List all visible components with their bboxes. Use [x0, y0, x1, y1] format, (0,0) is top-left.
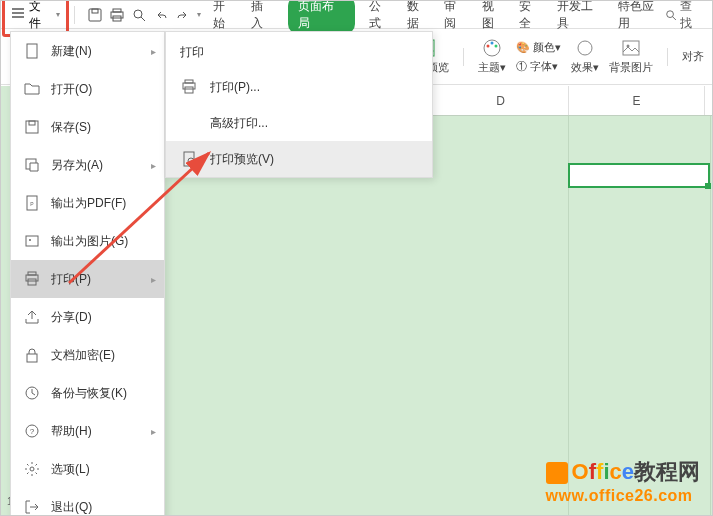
chevron-right-icon: ▸ [151, 274, 156, 285]
lock-icon [23, 346, 41, 364]
print-icon [180, 78, 198, 96]
svg-point-13 [578, 41, 592, 55]
file-menu-pdf[interactable]: P输出为PDF(F) [11, 184, 164, 222]
submenu-print-preview[interactable]: 打印预览(V) [166, 141, 432, 177]
image-icon [23, 232, 41, 250]
file-menu: 新建(N)▸ 打开(O) 保存(S) 另存为(A)▸ P输出为PDF(F) 输出… [10, 31, 165, 516]
search-label: 查找 [680, 0, 704, 32]
new-icon [23, 42, 41, 60]
tab-start[interactable]: 开始 [213, 0, 236, 32]
save-icon[interactable] [87, 7, 103, 23]
file-menu-saveas[interactable]: 另存为(A)▸ [11, 146, 164, 184]
svg-rect-1 [92, 9, 98, 13]
separator [74, 6, 75, 24]
preview-icon[interactable] [131, 7, 147, 23]
print-icon [23, 270, 41, 288]
chevron-right-icon: ▸ [151, 160, 156, 171]
blank-icon [180, 114, 198, 132]
share-icon [23, 308, 41, 326]
file-menu-image[interactable]: 输出为图片(G) [11, 222, 164, 260]
svg-point-6 [666, 10, 673, 17]
backup-icon [23, 384, 41, 402]
watermark-title: Office教程网 [546, 457, 700, 487]
tab-page-layout[interactable]: 页面布局 [288, 0, 355, 34]
ribbon-bg-image[interactable]: 背景图片 [609, 38, 653, 75]
tab-special[interactable]: 特色应用 [618, 0, 665, 32]
tab-insert[interactable]: 插入 [251, 0, 274, 32]
menu-bar: 文件 ▾ ▾ 开始 插入 页面布局 公式 数据 审阅 视图 安全 开发工具 特色… [1, 1, 712, 29]
search-button[interactable]: 查找 [665, 0, 704, 32]
svg-rect-22 [26, 236, 38, 246]
tab-review[interactable]: 审阅 [444, 0, 467, 32]
svg-text:?: ? [30, 427, 35, 436]
file-menu-help[interactable]: ?帮助(H)▸ [11, 412, 164, 450]
ribbon-effects[interactable]: 效果▾ [571, 38, 599, 75]
col-header-e[interactable]: E [569, 86, 705, 115]
file-menu-share[interactable]: 分享(D) [11, 298, 164, 336]
tab-formula[interactable]: 公式 [369, 0, 392, 32]
file-menu-backup[interactable]: 备份与恢复(K) [11, 374, 164, 412]
chevron-right-icon: ▸ [151, 426, 156, 437]
saveas-icon [23, 156, 41, 174]
undo-icon[interactable] [153, 7, 169, 23]
svg-rect-0 [89, 9, 101, 21]
ribbon-tabs: 开始 插入 页面布局 公式 数据 审阅 视图 安全 开发工具 特色应用 [213, 0, 664, 34]
print-submenu: 打印 打印(P)... 高级打印... 打印预览(V) [165, 31, 433, 178]
watermark-url: www.office26.com [546, 487, 700, 505]
submenu-advanced-print[interactable]: 高级打印... [166, 105, 432, 141]
save-icon [23, 118, 41, 136]
hamburger-icon [11, 6, 25, 23]
svg-text:P: P [30, 201, 34, 207]
fill-handle[interactable] [705, 183, 711, 189]
file-menu-exit[interactable]: 退出(Q) [11, 488, 164, 516]
cells-grid[interactable] [433, 116, 712, 515]
svg-point-31 [30, 467, 34, 471]
watermark: Office教程网 www.office26.com [546, 457, 700, 505]
separator [463, 48, 464, 66]
tab-view[interactable]: 视图 [482, 0, 505, 32]
file-menu-print[interactable]: 打印(P)▸ [11, 260, 164, 298]
file-menu-new[interactable]: 新建(N)▸ [11, 32, 164, 70]
col-header-d[interactable]: D [433, 86, 569, 115]
file-menu-encrypt[interactable]: 文档加密(E) [11, 336, 164, 374]
exit-icon [23, 498, 41, 516]
selected-cell[interactable] [568, 163, 710, 188]
file-menu-open[interactable]: 打开(O) [11, 70, 164, 108]
ribbon-theme[interactable]: 主题▾ [478, 38, 506, 75]
separator [667, 48, 668, 66]
svg-point-5 [134, 10, 142, 18]
svg-rect-17 [26, 121, 38, 133]
tab-data[interactable]: 数据 [407, 0, 430, 32]
preview-icon [180, 150, 198, 168]
ribbon-fonts[interactable]: ① 字体▾ [516, 59, 561, 74]
file-menu-button[interactable]: 文件 ▾ [11, 0, 60, 32]
ribbon-colors[interactable]: 🎨 颜色▾ [516, 40, 561, 55]
svg-point-10 [486, 45, 489, 48]
redo-icon[interactable] [175, 7, 191, 23]
palette-icon [482, 38, 502, 58]
file-menu-save[interactable]: 保存(S) [11, 108, 164, 146]
chevron-right-icon: ▸ [151, 46, 156, 57]
ribbon-align[interactable]: 对齐 [682, 49, 704, 64]
dropdown-icon: ▾ [56, 10, 60, 19]
print-icon[interactable] [109, 7, 125, 23]
file-menu-options[interactable]: 选项(L) [11, 450, 164, 488]
submenu-print[interactable]: 打印(P)... [166, 69, 432, 105]
logo-icon [546, 462, 568, 484]
tab-devtools[interactable]: 开发工具 [557, 0, 604, 32]
pdf-icon: P [23, 194, 41, 212]
quick-access-toolbar: ▾ [87, 7, 201, 23]
image-icon [621, 38, 641, 58]
svg-rect-27 [27, 354, 37, 362]
svg-point-12 [494, 45, 497, 48]
tab-security[interactable]: 安全 [519, 0, 542, 32]
help-icon: ? [23, 422, 41, 440]
column-headers: D E [433, 86, 712, 116]
dropdown-icon[interactable]: ▾ [197, 10, 201, 19]
svg-rect-14 [623, 41, 639, 55]
column-d [433, 116, 569, 515]
svg-rect-18 [29, 121, 35, 125]
svg-point-11 [490, 42, 493, 45]
folder-icon [23, 80, 41, 98]
file-label: 文件 [29, 0, 52, 32]
